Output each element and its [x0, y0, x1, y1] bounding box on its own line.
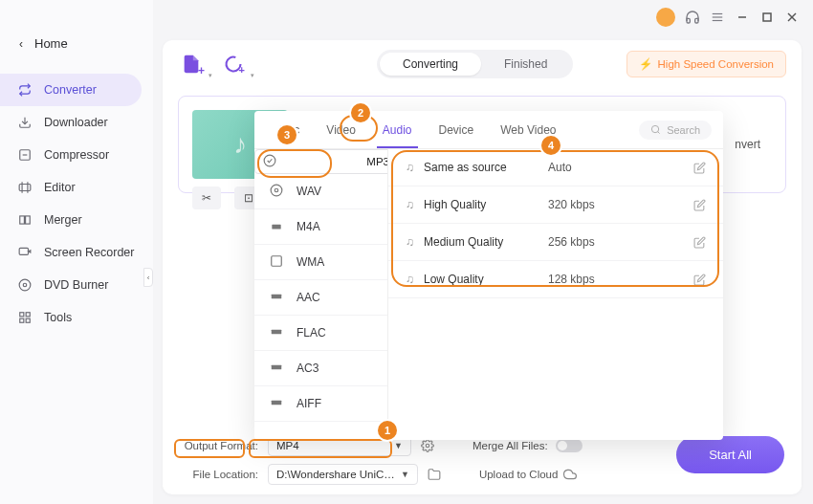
edit-preset-icon[interactable]	[693, 162, 706, 174]
quality-row[interactable]: ♫High Quality320 kbps	[388, 186, 723, 224]
svg-rect-30	[272, 256, 282, 267]
upload-label: Upload to Cloud	[479, 469, 558, 480]
format-mp3[interactable]: MP3	[254, 149, 388, 174]
support-icon[interactable]	[685, 10, 700, 25]
svg-rect-22	[20, 318, 24, 322]
sidebar-item-downloader[interactable]: Downloader	[0, 106, 153, 139]
format-label: FLAC	[297, 326, 326, 340]
sidebar-item-screenrecorder[interactable]: Screen Recorder	[0, 236, 153, 269]
svg-rect-32	[272, 330, 282, 335]
aiff-icon	[270, 396, 285, 411]
annotation-badge-4: 4	[541, 136, 560, 155]
annotation-badge-1: 1	[378, 421, 397, 440]
ac3-icon	[270, 361, 285, 376]
sidebar-item-label: DVD Burner	[44, 278, 108, 292]
minimize-icon[interactable]	[735, 10, 750, 25]
bolt-icon: ⚡	[639, 57, 652, 71]
home-link[interactable]: ‹ Home	[0, 29, 153, 58]
collapse-sidebar-icon[interactable]: ‹	[143, 268, 153, 287]
quality-row[interactable]: ♫Medium Quality256 kbps	[388, 224, 723, 261]
file-location-select[interactable]: D:\Wondershare UniConverter 1 ▼	[268, 464, 418, 485]
gear-icon[interactable]	[421, 439, 434, 452]
output-format-label: Output Format:	[180, 440, 258, 451]
menu-icon[interactable]	[710, 10, 725, 25]
annotation-badge-3: 3	[277, 125, 297, 144]
sidebar-item-label: Converter	[44, 83, 97, 97]
merger-icon	[17, 212, 33, 228]
tab-audio[interactable]: Audio	[369, 111, 426, 148]
sidebar-item-editor[interactable]: Editor	[0, 171, 153, 204]
quality-rate: Auto	[548, 161, 684, 174]
format-label: AAC	[297, 291, 320, 304]
svg-rect-13	[20, 216, 25, 224]
sidebar-item-merger[interactable]: Merger	[0, 204, 153, 236]
svg-rect-20	[26, 313, 30, 317]
convert-button[interactable]: nvert	[725, 134, 770, 155]
quality-row[interactable]: ♫Low Quality128 kbps	[388, 261, 723, 298]
svg-rect-33	[272, 365, 282, 370]
compress-icon	[17, 147, 33, 163]
search-input[interactable]: Search	[639, 121, 712, 140]
merge-label: Merge All Files:	[472, 440, 548, 451]
start-all-button[interactable]: Start All	[676, 436, 784, 473]
file-location-value: D:\Wondershare UniConverter 1	[276, 469, 401, 480]
edit-preset-icon[interactable]	[693, 236, 706, 249]
sidebar-item-compressor[interactable]: Compressor	[0, 139, 153, 171]
quality-row[interactable]: ♫Same as sourceAuto	[388, 149, 723, 186]
sidebar-item-converter[interactable]: Converter	[0, 74, 142, 106]
aac-icon	[270, 290, 285, 305]
quality-name: Medium Quality	[424, 235, 538, 249]
high-speed-button[interactable]: ⚡ High Speed Conversion	[626, 51, 786, 77]
svg-rect-15	[19, 248, 28, 254]
edit-preset-icon[interactable]	[693, 199, 706, 211]
search-icon	[650, 124, 661, 135]
svg-rect-29	[272, 225, 280, 230]
format-ac3[interactable]: AC3	[254, 351, 387, 386]
sidebar: ‹ Home Converter Downloader Compressor E…	[0, 0, 153, 504]
sidebar-item-label: Compressor	[44, 148, 109, 162]
format-label: AIFF	[297, 397, 321, 410]
sidebar-item-tools[interactable]: Tools	[0, 301, 153, 334]
music-icon: ♫	[406, 273, 414, 286]
file-location-label: File Location:	[180, 469, 258, 480]
tools-icon	[17, 310, 33, 325]
format-aac[interactable]: AAC	[254, 280, 387, 316]
format-wma[interactable]: WMA	[254, 245, 387, 280]
home-label: Home	[34, 36, 68, 51]
add-file-button[interactable]: +▾	[178, 51, 205, 77]
cloud-icon[interactable]	[563, 468, 577, 481]
wma-icon	[270, 254, 285, 270]
music-icon: ♫	[406, 198, 414, 211]
tab-device[interactable]: Device	[426, 111, 488, 148]
tab-finished[interactable]: Finished	[481, 53, 570, 76]
quality-rate: 128 kbps	[548, 273, 684, 286]
output-format-value: MP4	[276, 440, 299, 451]
format-aiff[interactable]: AIFF	[254, 386, 387, 422]
merge-toggle[interactable]	[556, 439, 582, 452]
annotation-badge-2: 2	[351, 103, 370, 122]
music-icon: ♫	[406, 235, 414, 249]
sidebar-item-label: Editor	[44, 181, 76, 194]
chevron-left-icon: ‹	[19, 37, 23, 51]
format-m4a[interactable]: M4A	[254, 209, 387, 245]
tab-converting[interactable]: Converting	[380, 53, 481, 76]
maximize-icon[interactable]	[759, 10, 775, 25]
format-wav[interactable]: WAV	[254, 174, 387, 209]
download-icon	[17, 115, 33, 130]
add-disc-button[interactable]: +▾	[220, 51, 247, 77]
svg-rect-10	[19, 185, 31, 191]
quality-rate: 320 kbps	[548, 198, 684, 211]
close-icon[interactable]	[784, 10, 800, 25]
format-flac[interactable]: FLAC	[254, 316, 387, 351]
folder-icon[interactable]	[428, 468, 441, 481]
sidebar-item-dvdburner[interactable]: DVD Burner	[0, 269, 153, 301]
format-label: M4A	[297, 220, 320, 233]
avatar[interactable]	[656, 8, 675, 27]
editor-icon	[17, 180, 33, 195]
check-icon	[263, 154, 278, 169]
trim-button[interactable]: ✂	[192, 186, 221, 209]
search-placeholder: Search	[667, 124, 700, 136]
quality-name: Low Quality	[424, 273, 538, 286]
edit-preset-icon[interactable]	[693, 274, 706, 286]
svg-point-28	[275, 188, 278, 192]
